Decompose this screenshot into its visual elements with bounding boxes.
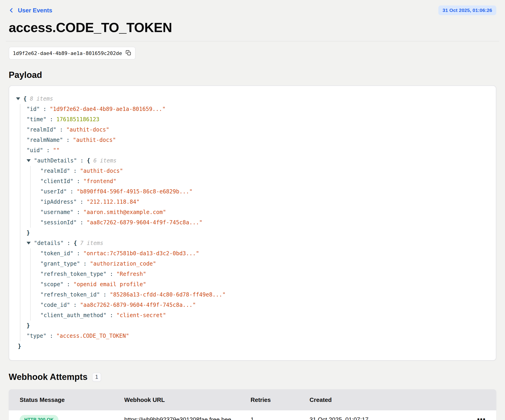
webhook-attempt-row[interactable]: HTTP 200 OKhttps://wh9bb92379e301208fae.…	[9, 410, 496, 420]
status-badge: HTTP 200 OK	[20, 415, 58, 420]
collapse-arrow-icon[interactable]	[26, 159, 31, 162]
json-key: "time"	[26, 116, 46, 123]
copy-button[interactable]	[125, 50, 132, 57]
json-value: "212.112.118.84"	[87, 199, 139, 205]
json-row: "userId" : "b890ff04-596f-4915-86c8-e682…	[40, 186, 487, 197]
top-bar: User Events 31 Oct 2025, 01:06:26	[9, 6, 496, 15]
json-value: "85286a13-cfdd-4c80-6d78-ff49e8..."	[110, 292, 226, 298]
json-row: "authDetails" : {6 items	[26, 156, 487, 166]
json-row: "refresh_token_type" : "Refresh"	[40, 269, 487, 279]
json-value: "Refresh"	[116, 271, 146, 277]
json-items-count: 7 items	[80, 240, 103, 246]
json-key: "client_auth_method"	[40, 312, 107, 318]
json-branch: "token_id" : "onrtac:7c7581b0-da13-d3c2-…	[30, 248, 487, 321]
table-header-row: Status Message Webhook URL Retries Creat…	[9, 389, 496, 410]
json-value: "onrtac:7c7581b0-da13-d3c2-0bd3..."	[83, 250, 199, 257]
json-value: 1761851186123	[56, 116, 99, 123]
json-row: "code_id" : "aa8c7262-6879-9604-4f9f-745…	[40, 300, 487, 310]
json-key: "authDetails"	[34, 157, 77, 164]
json-row: "client_auth_method" : "client-secret"	[40, 310, 487, 321]
json-tree-viewer: {8 items"id" : "1d9f2e62-dae4-4b89-ae1a-…	[16, 94, 487, 351]
json-row: }	[26, 228, 487, 238]
webhook-attempts-table: Status Message Webhook URL Retries Creat…	[9, 389, 496, 420]
json-row: }	[26, 321, 487, 331]
json-key: "username"	[40, 209, 74, 215]
json-value: "authit-docs"	[66, 127, 109, 133]
json-row: "realmId" : "authit-docs"	[26, 125, 487, 135]
json-value: ""	[53, 147, 60, 153]
json-key: "refresh_token_id"	[40, 292, 100, 298]
payload-panel: {8 items"id" : "1d9f2e62-dae4-4b89-ae1a-…	[9, 85, 496, 361]
json-row: "grant_type" : "authorization_code"	[40, 259, 487, 269]
json-key: "grant_type"	[40, 261, 80, 267]
event-detail-page: User Events 31 Oct 2025, 01:06:26 access…	[0, 0, 505, 420]
webhook-url-cell: https://wh9bb92379e301208fae.free.bee...	[124, 416, 251, 420]
json-key: "type"	[26, 333, 46, 339]
json-value: "aa8c7262-6879-9604-4f9f-745c8a..."	[87, 219, 202, 226]
json-key: "id"	[26, 106, 40, 112]
json-key: "token_id"	[40, 250, 74, 257]
json-value: "aaron.smith@example.com"	[83, 209, 166, 215]
json-value: "authit-docs"	[80, 168, 123, 174]
json-key: "sessionId"	[40, 219, 77, 226]
collapse-arrow-icon[interactable]	[26, 242, 31, 244]
json-value: "access.CODE_TO_TOKEN"	[56, 333, 129, 339]
json-row: "ipAddress" : "212.112.118.84"	[40, 197, 487, 207]
json-branch: "id" : "1d9f2e62-dae4-4b89-ae1a-801659..…	[20, 104, 487, 341]
json-row: "type" : "access.CODE_TO_TOKEN"	[26, 331, 487, 341]
event-timestamp-badge: 31 Oct 2025, 01:06:26	[438, 6, 496, 15]
json-key: "details"	[34, 240, 64, 246]
json-row: "realmId" : "authit-docs"	[40, 166, 487, 176]
json-value: "openid email profile"	[74, 281, 146, 287]
event-id-chip: 1d9f2e62-dae4-4b89-ae1a-801659c202de	[9, 47, 136, 60]
json-items-count: 8 items	[30, 95, 53, 102]
event-id-value: 1d9f2e62-dae4-4b89-ae1a-801659c202de	[13, 51, 122, 56]
ellipsis-icon: •••	[477, 415, 486, 420]
back-link-label: User Events	[18, 7, 52, 14]
json-row: {8 items	[16, 94, 487, 104]
json-row: "clientId" : "frontend"	[40, 176, 487, 186]
json-row: "refresh_token_id" : "85286a13-cfdd-4c80…	[40, 290, 487, 300]
json-key: "clientId"	[40, 178, 74, 185]
column-header-status-message: Status Message	[9, 396, 124, 403]
payload-heading: Payload	[9, 70, 496, 80]
json-branch: "realmId" : "authit-docs""clientId" : "f…	[30, 166, 487, 228]
json-row: "token_id" : "onrtac:7c7581b0-da13-d3c2-…	[40, 248, 487, 259]
title-divider	[6, 41, 499, 41]
back-link[interactable]: User Events	[9, 7, 52, 14]
json-key: "realmName"	[26, 137, 63, 143]
chevron-left-icon	[9, 7, 14, 14]
json-key: "realmId"	[40, 168, 70, 174]
created-cell: 31 Oct 2025, 01:07:17	[310, 416, 458, 420]
actions-cell: •••	[458, 416, 496, 420]
table-body: HTTP 200 OKhttps://wh9bb92379e301208fae.…	[9, 410, 496, 420]
json-value: "frontend"	[83, 178, 117, 185]
row-actions-button[interactable]: •••	[477, 416, 486, 420]
json-row: "username" : "aaron.smith@example.com"	[40, 207, 487, 217]
page-title: access.CODE_TO_TOKEN	[9, 20, 496, 35]
status-cell: HTTP 200 OK	[9, 415, 124, 420]
json-value: "authit-docs"	[73, 137, 116, 143]
retries-cell: 1	[251, 416, 310, 420]
webhook-attempts-count-badge: 1	[92, 373, 101, 382]
json-row: "uid" : ""	[26, 145, 487, 156]
json-row: "id" : "1d9f2e62-dae4-4b89-ae1a-801659..…	[26, 104, 487, 114]
json-key: "realmId"	[26, 127, 56, 133]
json-row: }	[16, 341, 487, 351]
json-row: "realmName" : "authit-docs"	[26, 135, 487, 145]
json-items-count: 6 items	[94, 157, 117, 164]
json-row: "details" : {7 items	[26, 238, 487, 248]
json-row: "sessionId" : "aa8c7262-6879-9604-4f9f-7…	[40, 217, 487, 228]
collapse-arrow-icon[interactable]	[16, 97, 20, 100]
json-key: "scope"	[40, 281, 63, 287]
json-value: "client-secret"	[116, 312, 166, 318]
webhook-attempts-header: Webhook Attempts 1	[9, 372, 496, 382]
column-header-retries: Retries	[251, 396, 310, 403]
webhook-attempts-heading: Webhook Attempts	[9, 372, 88, 382]
json-key: "code_id"	[40, 302, 70, 308]
column-header-webhook-url: Webhook URL	[124, 396, 251, 403]
json-row: "scope" : "openid email profile"	[40, 279, 487, 290]
json-row: "time" : 1761851186123	[26, 114, 487, 125]
json-key: "uid"	[26, 147, 43, 153]
json-key: "refresh_token_type"	[40, 271, 107, 277]
